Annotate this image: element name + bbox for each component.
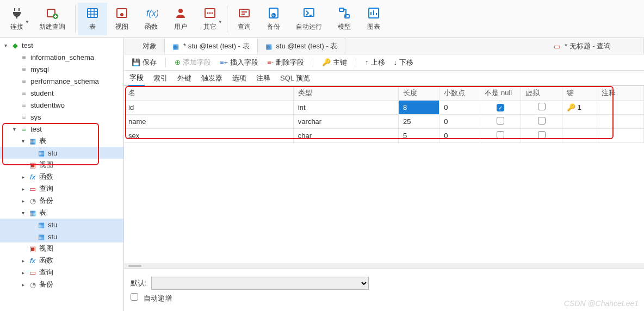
add-field-button[interactable]: ⊕ 添加字段	[172, 57, 213, 69]
cell[interactable]	[597, 101, 644, 115]
tree-caret-icon[interactable]: ▸	[20, 258, 26, 264]
column-header[interactable]: 名	[124, 86, 293, 101]
tree-node-sys[interactable]: ≡sys	[0, 111, 123, 123]
toolbar-model[interactable]: 模型	[330, 3, 359, 35]
cell[interactable]: sex	[124, 129, 293, 143]
tree-caret-icon[interactable]: ▸	[20, 198, 26, 204]
save-button[interactable]: 💾 保存	[129, 57, 159, 69]
tree-node-stu[interactable]: ▦stu	[0, 147, 123, 159]
cell[interactable]: 0	[439, 115, 480, 129]
virtual-checkbox[interactable]	[538, 117, 546, 125]
fields-grid[interactable]: 名类型长度小数点不是 null虚拟键注释idint80✓🔑1namevarcha…	[124, 86, 644, 143]
cell[interactable]	[480, 115, 521, 129]
inner-tab-字段[interactable]: 字段	[128, 71, 145, 86]
tree-node-函数[interactable]: ▸fx函数	[0, 254, 123, 266]
tree-node-stu[interactable]: ▦stu	[0, 231, 123, 242]
cell[interactable]: id	[124, 101, 293, 115]
table-row[interactable]: namevarchar250	[124, 115, 644, 129]
tree-caret-icon[interactable]: ▸	[20, 186, 26, 192]
inner-tab-SQL 预览[interactable]: SQL 预览	[279, 71, 311, 85]
inner-tab-外键[interactable]: 外键	[176, 71, 193, 85]
tree-node-备份[interactable]: ▸◔备份	[0, 278, 123, 290]
toolbar-query-new[interactable]: 新建查询	[32, 3, 73, 35]
toolbar-automation[interactable]: 自动运行	[288, 3, 330, 35]
move-up-button[interactable]: ↑ 上移	[363, 57, 387, 69]
inner-tab-索引[interactable]: 索引	[152, 71, 169, 85]
tree-node-备份[interactable]: ▸◔备份	[0, 195, 123, 207]
table-row[interactable]: idint80✓🔑1	[124, 101, 644, 115]
virtual-checkbox[interactable]	[538, 103, 546, 110]
tree-caret-icon[interactable]: ▾	[2, 42, 9, 48]
cell[interactable]: varchar	[293, 115, 398, 129]
cell[interactable]: 0	[439, 101, 480, 115]
toolbar-other[interactable]: 其它▼	[195, 3, 225, 35]
virtual-checkbox[interactable]	[538, 131, 546, 139]
insert-field-button[interactable]: ≡+ 插入字段	[218, 57, 261, 69]
toolbar-backup[interactable]: 备份	[259, 3, 288, 35]
cell[interactable]: 8	[399, 101, 439, 115]
delete-field-button[interactable]: ≡- 删除字段	[265, 57, 306, 69]
cell[interactable]: name	[124, 115, 293, 129]
column-header[interactable]: 不是 null	[480, 86, 521, 101]
toolbar-view[interactable]: 视图	[107, 3, 137, 35]
toolbar-fx[interactable]: f(x)函数	[137, 3, 166, 35]
cell[interactable]: 0	[439, 129, 480, 143]
toolbar-plug[interactable]: 连接▼	[2, 3, 32, 35]
tree-node-test[interactable]: ▾≡test	[0, 123, 123, 135]
not-null-checkbox[interactable]	[497, 131, 504, 139]
cell[interactable]: ✓	[480, 101, 521, 115]
doc-tab[interactable]: ▭* 无标题 - 查询	[546, 38, 644, 54]
column-header[interactable]: 虚拟	[521, 86, 562, 101]
tree-node-stu[interactable]: ▦stu	[0, 219, 123, 231]
inner-tab-触发器[interactable]: 触发器	[200, 71, 224, 85]
not-null-checkbox[interactable]: ✓	[497, 104, 504, 111]
column-header[interactable]: 注释	[597, 86, 644, 101]
tree-node-查询[interactable]: ▸▭查询	[0, 183, 123, 195]
cell[interactable]: int	[293, 101, 398, 115]
toolbar-query[interactable]: 查询	[230, 3, 259, 35]
cell[interactable]	[562, 115, 597, 129]
tree-node-mysql[interactable]: ≡mysql	[0, 63, 123, 75]
cell[interactable]	[521, 101, 562, 115]
auto-increment-option[interactable]: 自动递增	[131, 293, 172, 303]
inner-tab-注释[interactable]: 注释	[255, 71, 271, 85]
cell[interactable]	[562, 129, 597, 143]
toolbar-chart[interactable]: 图表	[359, 3, 388, 35]
tree-node-视图[interactable]: ▣视图	[0, 242, 123, 254]
cell[interactable]: 25	[399, 115, 439, 129]
tree-caret-icon[interactable]: ▸	[20, 270, 26, 276]
cell[interactable]	[521, 129, 562, 143]
tree-caret-icon[interactable]: ▾	[11, 126, 17, 132]
doc-tab[interactable]: ▦* stu @test (test) - 表	[165, 38, 258, 54]
tree-node-student[interactable]: ≡student	[0, 87, 123, 99]
column-header[interactable]: 键	[562, 86, 597, 101]
cell[interactable]	[597, 115, 644, 129]
toolbar-user[interactable]: 用户	[166, 3, 195, 35]
move-down-button[interactable]: ↓ 下移	[392, 57, 416, 69]
tree-caret-icon[interactable]: ▾	[20, 138, 26, 144]
cell[interactable]	[521, 115, 562, 129]
tree-node-test[interactable]: ▾◆test	[0, 39, 123, 51]
doc-tab[interactable]: ▦stu @test (test) - 表	[258, 38, 346, 54]
auto-increment-checkbox[interactable]	[131, 293, 138, 301]
cell[interactable]: 🔑1	[562, 101, 597, 115]
cell[interactable]	[480, 129, 521, 143]
default-value-select[interactable]	[151, 277, 369, 290]
column-header[interactable]: 长度	[399, 86, 439, 101]
inner-tab-选项[interactable]: 选项	[231, 71, 247, 85]
table-row[interactable]: sexchar50	[124, 129, 644, 143]
tree-node-information_schema[interactable]: ≡information_schema	[0, 51, 123, 63]
tree-node-函数[interactable]: ▸fx函数	[0, 171, 123, 183]
tree-caret-icon[interactable]: ▾	[20, 210, 26, 216]
not-null-checkbox[interactable]	[497, 117, 504, 125]
primary-key-button[interactable]: 🔑 主键	[320, 57, 349, 69]
tree-node-performance_schema[interactable]: ≡performance_schema	[0, 75, 123, 87]
tree-node-视图[interactable]: ▣视图	[0, 159, 123, 171]
column-header[interactable]: 类型	[293, 86, 398, 101]
cell[interactable]	[597, 129, 644, 143]
split-handle[interactable]	[124, 263, 644, 269]
cell[interactable]: char	[293, 129, 398, 143]
cell[interactable]: 5	[399, 129, 439, 143]
tree-node-查询[interactable]: ▸▭查询	[0, 266, 123, 278]
doc-tab[interactable]: 对象	[124, 38, 165, 54]
